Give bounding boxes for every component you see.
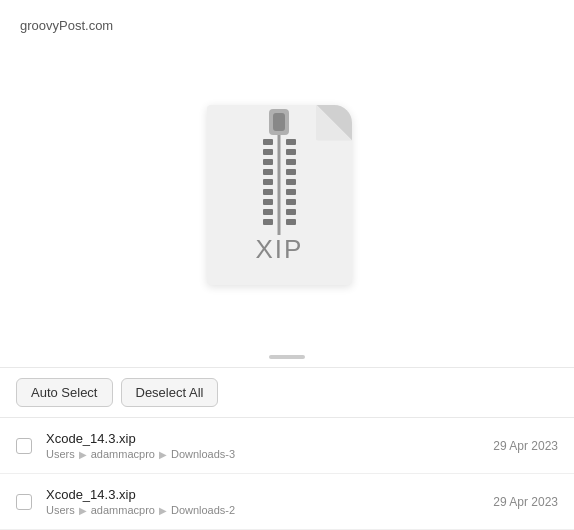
svg-rect-11	[286, 179, 296, 185]
path-part-2b: adammacpro	[91, 504, 155, 516]
divider-area	[0, 347, 574, 367]
file-date-2: 29 Apr 2023	[493, 495, 558, 509]
svg-rect-4	[263, 149, 273, 155]
svg-rect-10	[263, 179, 273, 185]
path-part-1a: Users	[46, 448, 75, 460]
file-name-2: Xcode_14.3.xip	[46, 487, 493, 502]
table-row: Xcode_14.3.xip Users ▶ adammacpro ▶ Down…	[0, 418, 574, 474]
files-list: Xcode_14.3.xip Users ▶ adammacpro ▶ Down…	[0, 417, 574, 530]
svg-rect-17	[286, 209, 296, 215]
file-checkbox-1[interactable]	[16, 438, 32, 454]
file-info-2: Xcode_14.3.xip Users ▶ adammacpro ▶ Down…	[46, 487, 493, 516]
auto-select-button[interactable]: Auto Select	[16, 378, 113, 407]
svg-rect-15	[286, 199, 296, 205]
site-title: groovyPost.com	[20, 18, 113, 33]
xip-file-icon: XIP	[207, 105, 367, 295]
path-arrow-1a: ▶	[79, 449, 87, 460]
file-path-1: Users ▶ adammacpro ▶ Downloads-3	[46, 448, 493, 460]
path-part-2c: Downloads-2	[171, 504, 235, 516]
table-row: Xcode_14.3.xip Users ▶ adammacpro ▶ Down…	[0, 474, 574, 530]
file-body: XIP	[207, 105, 352, 285]
svg-rect-8	[263, 169, 273, 175]
toolbar: Auto Select Deselect All	[0, 367, 574, 417]
svg-rect-7	[286, 159, 296, 165]
path-arrow-1b: ▶	[159, 449, 167, 460]
icon-area: XIP	[0, 42, 574, 347]
svg-rect-5	[286, 149, 296, 155]
svg-rect-12	[263, 189, 273, 195]
svg-rect-1	[273, 113, 285, 131]
svg-rect-18	[263, 219, 273, 225]
svg-rect-6	[263, 159, 273, 165]
divider-handle	[269, 355, 305, 359]
path-arrow-2b: ▶	[159, 505, 167, 516]
path-arrow-2a: ▶	[79, 505, 87, 516]
svg-rect-3	[286, 139, 296, 145]
xip-label: XIP	[207, 234, 352, 265]
file-date-1: 29 Apr 2023	[493, 439, 558, 453]
file-path-2: Users ▶ adammacpro ▶ Downloads-2	[46, 504, 493, 516]
deselect-all-button[interactable]: Deselect All	[121, 378, 219, 407]
file-checkbox-2[interactable]	[16, 494, 32, 510]
path-part-1c: Downloads-3	[171, 448, 235, 460]
path-part-2a: Users	[46, 504, 75, 516]
svg-rect-16	[263, 209, 273, 215]
app-container: groovyPost.com	[0, 0, 574, 530]
svg-rect-13	[286, 189, 296, 195]
svg-rect-19	[286, 219, 296, 225]
svg-rect-9	[286, 169, 296, 175]
svg-rect-14	[263, 199, 273, 205]
file-info-1: Xcode_14.3.xip Users ▶ adammacpro ▶ Down…	[46, 431, 493, 460]
header: groovyPost.com	[0, 0, 574, 42]
path-part-1b: adammacpro	[91, 448, 155, 460]
svg-rect-2	[263, 139, 273, 145]
file-name-1: Xcode_14.3.xip	[46, 431, 493, 446]
